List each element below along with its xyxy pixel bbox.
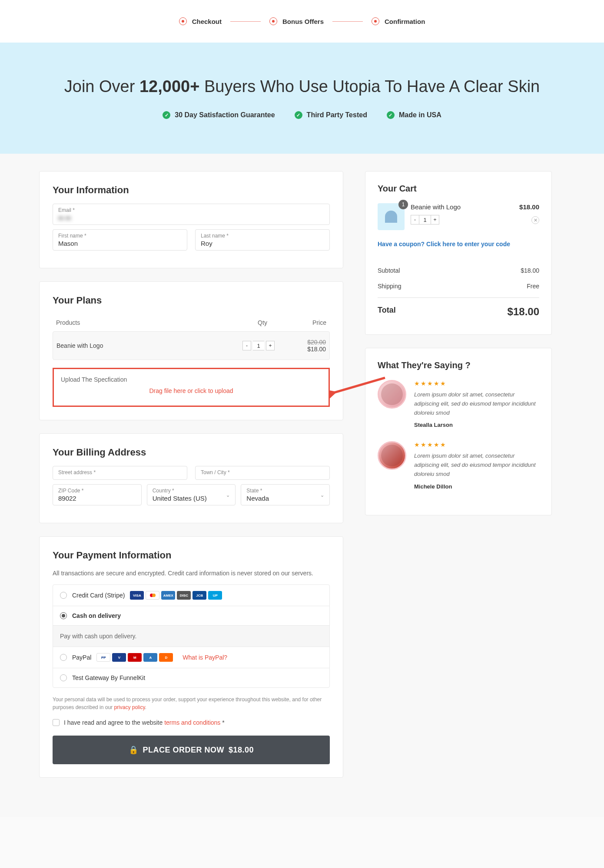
radio-icon (60, 592, 67, 599)
step-checkout[interactable]: Checkout (179, 17, 222, 25)
amex-icon: A (143, 653, 157, 662)
street-label: Street address * (58, 469, 182, 475)
feature-tested: ✓Third Party Tested (295, 111, 367, 119)
radio-icon (60, 674, 67, 681)
cart-item-name: Beanie with Logo (411, 203, 513, 211)
town-label: Town / City * (201, 469, 324, 475)
testimonial-item: ★★★★★ Lorem ipsum dolor sit amet, consec… (378, 441, 539, 489)
zip-field[interactable]: ZIP Code * 89022 (53, 484, 142, 505)
annotation-arrow (329, 373, 389, 401)
zip-label: ZIP Code * (58, 488, 136, 494)
col-price: Price (286, 319, 330, 326)
testimonials-card: What They're Saying ? ★★★★★ Lorem ipsum … (365, 348, 552, 515)
disc-icon: D (159, 653, 173, 662)
place-order-button[interactable]: 🔒 PLACE ORDER NOW $18.00 (53, 736, 330, 764)
cod-description: Pay with cash upon delivery. (53, 625, 330, 647)
jcb-icon: JCB (192, 591, 206, 600)
amex-icon: AMEX (161, 591, 175, 600)
plans-card: Your Plans Products Qty Price Beanie wit… (39, 281, 343, 420)
mc-icon: M (128, 653, 142, 662)
star-rating-icon: ★★★★★ (414, 380, 539, 387)
cart-card: Your Cart 1 Beanie with Logo - 1 + $18.0… (365, 171, 552, 335)
payment-option-test[interactable]: Test Gateway By FunnelKit (53, 668, 330, 688)
cart-item: 1 Beanie with Logo - 1 + $18.00 ✕ (378, 203, 539, 230)
step-circle-icon (372, 17, 379, 25)
email-field[interactable]: Email * m m (53, 204, 330, 225)
step-line (230, 21, 261, 22)
chevron-down-icon: ⌄ (320, 492, 324, 498)
privacy-text: Your personal data will be used to proce… (53, 696, 330, 711)
paypal-label: PayPal (72, 654, 91, 661)
agree-text: I have read and agree to the website ter… (64, 719, 225, 726)
col-products: Products (53, 319, 239, 326)
lastname-field[interactable]: Last name * Roy (195, 229, 330, 251)
subtotal-value: $18.00 (521, 267, 539, 274)
step-label: Confirmation (385, 18, 425, 25)
qty-plus-button[interactable]: + (266, 341, 275, 350)
cart-qty-value[interactable]: 1 (419, 215, 431, 224)
payment-option-paypal[interactable]: PayPal PP V M A D What is PayPal? (53, 647, 330, 668)
upload-dropzone[interactable]: Drag file here or click to upload (61, 383, 322, 399)
town-field[interactable]: Town / City * (195, 466, 330, 480)
payment-card: Your Payment Information All transaction… (39, 536, 343, 778)
paypal-icon: PP (96, 653, 110, 662)
payment-option-cod[interactable]: Cash on delivery (53, 606, 330, 626)
plans-row: Beanie with Logo - 1 + $20.00 $18.00 (53, 331, 330, 360)
state-field[interactable]: State * Nevada ⌄ (241, 484, 330, 505)
cart-qty-minus[interactable]: - (411, 215, 419, 224)
order-button-label: PLACE ORDER NOW (143, 746, 224, 755)
lastname-label: Last name * (201, 233, 324, 239)
total-row: Total $18.00 (378, 297, 539, 322)
feature-guarantee: ✓30 Day Satisfaction Guarantee (163, 111, 275, 119)
check-icon: ✓ (163, 111, 170, 119)
star-rating-icon: ★★★★★ (414, 441, 539, 448)
step-confirmation[interactable]: Confirmation (372, 17, 425, 25)
country-field[interactable]: Country * United States (US) ⌄ (147, 484, 236, 505)
price-old: $20.00 (282, 339, 326, 346)
total-value: $18.00 (508, 306, 539, 318)
coupon-link[interactable]: Have a coupon? Click here to enter your … (378, 241, 539, 248)
cart-remove-button[interactable]: ✕ (531, 216, 539, 224)
firstname-field[interactable]: First name * Mason (53, 229, 187, 251)
paypal-whatis-link[interactable]: What is PayPal? (183, 654, 227, 661)
hero-features: ✓30 Day Satisfaction Guarantee ✓Third Pa… (0, 111, 604, 119)
billing-card: Your Billing Address Street address * To… (39, 433, 343, 523)
qty-minus-button[interactable]: - (242, 341, 251, 350)
cart-qty-plus[interactable]: + (431, 215, 439, 224)
lastname-value: Roy (201, 239, 324, 247)
avatar (378, 441, 406, 470)
terms-link[interactable]: terms and conditions (164, 719, 220, 726)
privacy-link[interactable]: privacy policy (114, 704, 145, 710)
testimonial-text: Lorem ipsum dolor sit amet, consectetur … (414, 452, 539, 479)
qty-value[interactable]: 1 (253, 341, 264, 350)
lock-icon: 🔒 (129, 745, 139, 755)
chevron-down-icon: ⌄ (226, 492, 230, 498)
step-label: Checkout (192, 18, 222, 25)
agree-row[interactable]: I have read and agree to the website ter… (53, 719, 330, 726)
step-bonus[interactable]: Bonus Offers (269, 17, 324, 25)
street-field[interactable]: Street address * (53, 466, 187, 480)
cart-qty-badge: 1 (398, 200, 408, 209)
street-value (58, 475, 182, 476)
step-circle-icon (269, 17, 277, 25)
step-line (332, 21, 363, 22)
firstname-value: Mason (58, 239, 182, 247)
cc-label: Credit Card (Stripe) (72, 592, 125, 599)
cart-thumbnail: 1 (378, 203, 405, 230)
shipping-label: Shipping (378, 283, 402, 290)
visa-icon: VISA (130, 591, 144, 600)
plan-item-name: Beanie with Logo (56, 342, 235, 349)
state-value: Nevada (246, 494, 324, 502)
payment-option-cc[interactable]: Credit Card (Stripe) VISA AMEX DISC JCB … (53, 584, 330, 606)
email-label: Email * (58, 207, 324, 213)
radio-icon (60, 654, 67, 661)
progress-bar: Checkout Bonus Offers Confirmation (0, 0, 604, 43)
upload-section: Upload The Specfication Drag file here o… (53, 368, 330, 407)
plans-heading: Your Plans (53, 295, 330, 306)
qty-control: - 1 + (235, 341, 282, 350)
check-icon: ✓ (295, 111, 302, 119)
svg-line-0 (333, 378, 385, 393)
testimonial-text: Lorem ipsum dolor sit amet, consectetur … (414, 390, 539, 417)
agree-checkbox[interactable] (53, 719, 60, 726)
country-label: Country * (153, 488, 230, 494)
